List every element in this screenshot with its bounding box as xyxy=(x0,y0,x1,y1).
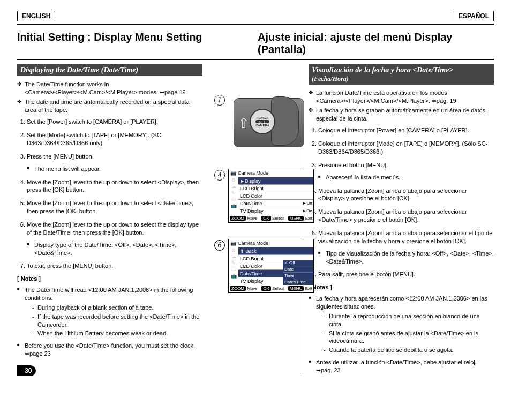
menu-row-lcd-color: LCD Color xyxy=(238,192,313,199)
es-step-3a: Aparecerá la lista de menús. xyxy=(318,174,494,182)
menu-footer: ZOOM Move OK Select MENU Exit xyxy=(229,214,313,222)
power-dial: PLAYER OFF CAMERA xyxy=(250,109,275,134)
en-note-2: Before you use the <Date/Time> function,… xyxy=(17,342,202,358)
en-step-7: To exit, press the [MENU] button. xyxy=(27,262,202,270)
diagrams: 1 ⇧ PLAYER OFF CAMERA 4 xyxy=(215,94,317,293)
en-step-3: Press the [MENU] button. The menu list w… xyxy=(27,153,202,173)
tv-icon: 📺 xyxy=(229,273,238,279)
gear-icon: ⚙ xyxy=(229,177,238,183)
es-note-1c: Cuando la batería de litio se debilita o… xyxy=(324,346,494,354)
en-step-3a: The menu list will appear. xyxy=(27,165,202,173)
menu-row-date-time: Date/Time►Off xyxy=(238,199,313,207)
tv-icon: 📺 xyxy=(229,202,238,209)
es-step-5: Mueva la palanca [Zoom] arriba o abajo p… xyxy=(318,208,494,224)
es-step-6: Mueva la palanca [Zoom] arriba o abajo p… xyxy=(318,229,494,265)
es-step-3: Presione el botón [MENU]. Aparecerá la l… xyxy=(318,161,494,182)
submenu-date-time: Off Date Time Date&Time xyxy=(283,260,313,285)
option-date-time: Date&Time xyxy=(283,279,313,285)
en-step-1: Set the [Power] switch to [CAMERA] or [P… xyxy=(27,118,202,126)
en-note-1: The Date/Time will read <12:00 AM JAN.1,… xyxy=(17,286,202,302)
es-step-1: Coloque el interruptor [Power] en [CAMER… xyxy=(318,126,494,134)
en-step-4: Move the [Zoom] lever to the up or down … xyxy=(27,178,202,194)
camera-illustration: ⇧ PLAYER OFF CAMERA xyxy=(228,94,314,153)
en-note-1b: If the tape was recorded before setting … xyxy=(32,313,202,329)
step-badge-4: 4 xyxy=(214,170,225,181)
tape-icon: ▭ xyxy=(229,196,238,202)
menu-screen-4: 📷Camera Mode ⚙ ☁ ✎ ▭ 📺 ►Display LCD Brig… xyxy=(228,169,314,223)
gear-icon: ⚙ xyxy=(229,247,238,253)
menu-row-tv-display: TV Display►On xyxy=(238,207,313,214)
menu-row-lcd-bright: LCD Bright xyxy=(238,184,313,192)
en-step-6a: Display type of the Date/Time: <Off>, <D… xyxy=(27,241,202,257)
option-date: Date xyxy=(283,266,313,272)
menu-sidebar-icons: ⚙ ☁ ✎ ▭ 📺 xyxy=(229,177,238,209)
title-es: Ajuste inicial: ajuste del menú Display … xyxy=(253,29,494,59)
option-time: Time xyxy=(283,272,313,279)
step-badge-6: 6 xyxy=(214,240,225,251)
lang-english: ENGLISH xyxy=(17,11,55,21)
camera-icon: 📷 xyxy=(230,170,236,176)
es-note-1: La fecha y hora aparecerán como <12:00 A… xyxy=(309,295,494,311)
menu-row-display: ►Display xyxy=(238,177,313,184)
es-step-7: Para salir, presione el botón [MENU]. xyxy=(318,271,494,279)
option-off: Off xyxy=(283,260,313,266)
lang-spanish: ESPAÑOL xyxy=(454,11,494,21)
en-step-6: Move the [Zoom] lever to the up or down … xyxy=(27,221,202,257)
es-step-4: Mueva la palanca [Zoom] arriba o abajo p… xyxy=(318,187,494,203)
en-note-1a: During playback of a blank section of a … xyxy=(32,304,202,312)
es-note-1b: Si la cinta se grabó antes de ajustar la… xyxy=(324,329,494,346)
menu-screen-6: 📷Camera Mode ⚙ ☁ ✎ ▭ 📺 ⬆ Back LCD Bright… xyxy=(228,239,314,293)
es-bullet-1: La función Date/Time está operativa en l… xyxy=(309,89,494,105)
es-step-6a: Tipo de visualización de la fecha y hora… xyxy=(318,250,494,266)
es-step-2: Coloque el interruptor [Mode] en [TAPE] … xyxy=(318,140,494,156)
column-spanish: Visualización de la fecha y hora <Date/T… xyxy=(302,64,494,376)
pencil-icon: ✎ xyxy=(229,260,238,266)
menu-row-back: ⬆ Back xyxy=(238,247,313,254)
page-number: 30 xyxy=(17,365,202,376)
title-en: Initial Setting : Display Menu Setting xyxy=(17,29,253,59)
menu-sidebar-icons: ⚙ ☁ ✎ ▭ 📺 xyxy=(229,247,238,279)
es-notes-header: [ Notas ] xyxy=(309,284,494,290)
en-step-2: Set the [Mode] switch to [TAPE] or [MEMO… xyxy=(27,131,202,147)
camera-icon: 📷 xyxy=(230,241,236,246)
en-step-5: Move the [Zoom] lever to the up or down … xyxy=(27,199,202,215)
arrow-icon: ⇧ xyxy=(238,115,250,132)
es-note-2: Antes de utilizar la función <Date/Time>… xyxy=(309,358,494,374)
menu-footer: ZOOM Move OK Select MENU Exit xyxy=(229,284,313,292)
section-header-en: Displaying the Date/Time (Date/Time) xyxy=(17,64,202,76)
es-note-1a: Durante la reproducción de una sección e… xyxy=(324,312,494,328)
en-notes-header: [ Notes ] xyxy=(17,275,202,282)
es-bullet-2: La fecha y hora se graban automáticament… xyxy=(309,107,494,123)
pencil-icon: ✎ xyxy=(229,190,238,196)
en-bullet-2: The date and time are automatically reco… xyxy=(17,98,202,114)
en-bullet-1: The Date/Time function works in <Camera>… xyxy=(17,80,202,96)
en-note-1c: When the Lithium Battery becomes weak or… xyxy=(32,329,202,338)
section-header-es: Visualización de la fecha y hora <Date/T… xyxy=(309,64,494,85)
tape-icon: ▭ xyxy=(229,266,238,273)
cloud-icon: ☁ xyxy=(229,253,238,260)
step-badge-1: 1 xyxy=(214,95,225,106)
cloud-icon: ☁ xyxy=(229,183,238,190)
